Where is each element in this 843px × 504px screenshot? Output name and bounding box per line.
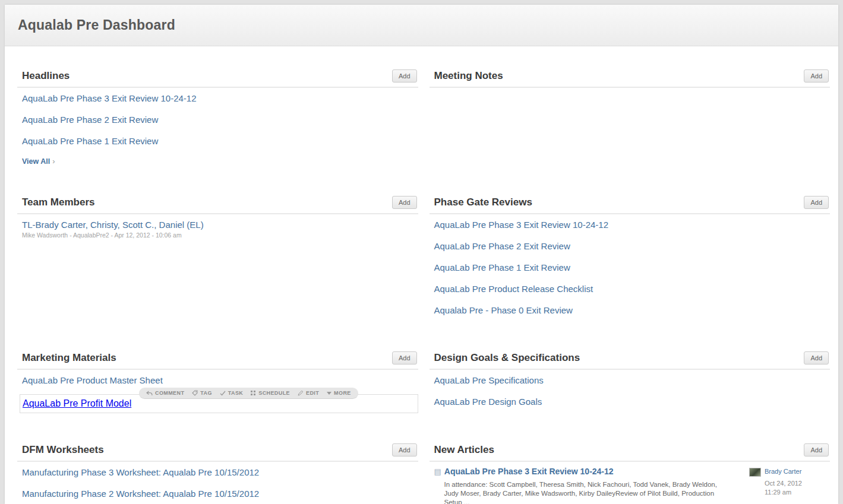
- list-item: AquaLab Pre Phase 2 Exit Review: [434, 236, 831, 257]
- triangle-down-icon: [327, 392, 331, 395]
- headline-link[interactable]: AquaLab Pre Phase 2 Exit Review: [22, 115, 158, 125]
- design-goals-link[interactable]: AquaLab Pre Specifications: [434, 375, 544, 385]
- comment-button[interactable]: COMMENT: [146, 390, 184, 396]
- section-title: DFM Worksheets: [22, 444, 104, 456]
- dashboard-card: Aqualab Pre Dashboard Headlines Add Aqua…: [5, 5, 838, 504]
- article-row: ▤ AquaLab Pre Phase 3 Exit Review 10-24-…: [430, 462, 831, 504]
- design-goals-link[interactable]: AquaLab Pre Design Goals: [434, 397, 542, 407]
- list-item: AquaLab Pre Design Goals: [434, 391, 831, 413]
- more-button[interactable]: MORE: [327, 390, 351, 396]
- article-date: Oct 24, 2012: [765, 479, 830, 488]
- add-button[interactable]: Add: [804, 443, 829, 457]
- phase-gate-link[interactable]: AquaLab Pre Phase 3 Exit Review 10-24-12: [434, 220, 609, 230]
- section-phase-gate-reviews: Phase Gate Reviews Add AquaLab Pre Phase…: [430, 196, 831, 321]
- grid-icon: [251, 391, 256, 396]
- hovered-list-item[interactable]: AquaLab Pre Profit Model COMMENT TAG: [20, 394, 418, 413]
- section-title: Marketing Materials: [22, 352, 116, 364]
- section-phase-gate-header: Phase Gate Reviews Add: [430, 196, 831, 214]
- headline-link[interactable]: AquaLab Pre Phase 1 Exit Review: [22, 136, 158, 146]
- list-item: Aqualab Pre - Phase 0 Exit Review: [434, 300, 831, 321]
- section-team-members-header: Team Members Add: [17, 196, 418, 214]
- section-title: Headlines: [22, 70, 70, 82]
- page-title: Aqualab Pre Dashboard: [18, 17, 838, 33]
- list-item: AquaLab Pre Phase 2 Exit Review: [22, 109, 418, 131]
- tag-icon: [192, 390, 198, 396]
- dfm-link[interactable]: Manufacturing Phase 2 Worksheet: Aqualab…: [22, 489, 259, 499]
- section-title: Design Goals & Specifications: [434, 352, 580, 364]
- section-dfm-worksheets: DFM Worksheets Add Manufacturing Phase 3…: [17, 443, 418, 504]
- list-item: Manufacturing Phase 3 Worksheet: Aqualab…: [22, 462, 418, 483]
- schedule-button[interactable]: SCHEDULE: [251, 390, 290, 396]
- phase-gate-link[interactable]: Aqualab Pre - Phase 0 Exit Review: [434, 305, 573, 315]
- list-item: AquaLab Pre Specifications: [434, 370, 831, 391]
- list-item: Manufacturing Phase 2 Worksheet: Aqualab…: [22, 483, 418, 504]
- headline-link[interactable]: AquaLab Pre Phase 3 Exit Review 10-24-12: [22, 93, 197, 103]
- check-icon: [220, 391, 226, 396]
- section-title: Meeting Notes: [434, 70, 503, 82]
- avatar: [749, 468, 761, 477]
- article-meta: Brady Carter Oct 24, 2012 11:29 am: [749, 467, 830, 504]
- add-button[interactable]: Add: [392, 443, 417, 457]
- dfm-link[interactable]: Manufacturing Phase 3 Worksheet: Aqualab…: [22, 467, 259, 477]
- article-excerpt: In attendance: Scott Campbell, Theresa S…: [444, 480, 732, 504]
- section-meeting-notes-header: Meeting Notes Add: [430, 69, 831, 88]
- tag-button[interactable]: TAG: [192, 390, 212, 396]
- add-button[interactable]: Add: [804, 69, 829, 83]
- page-header: Aqualab Pre Dashboard: [5, 5, 838, 46]
- phase-gate-link[interactable]: AquaLab Pre Product Release Checklist: [434, 284, 593, 294]
- edit-button[interactable]: EDIT: [298, 390, 319, 396]
- add-button[interactable]: Add: [392, 69, 417, 83]
- section-headlines-header: Headlines Add: [17, 69, 418, 88]
- section-dfm-header: DFM Worksheets Add: [17, 443, 418, 462]
- marketing-link[interactable]: AquaLab Pre Product Master Sheet: [22, 375, 163, 385]
- add-button[interactable]: Add: [392, 351, 417, 364]
- phase-gate-link[interactable]: AquaLab Pre Phase 1 Exit Review: [434, 262, 570, 272]
- section-design-goals-header: Design Goals & Specifications Add: [430, 351, 831, 370]
- chevron-right-icon: ›: [52, 157, 55, 166]
- list-item: AquaLab Pre Phase 3 Exit Review 10-24-12: [434, 214, 831, 236]
- add-button[interactable]: Add: [804, 351, 829, 364]
- list-item: AquaLab Pre Phase 1 Exit Review: [22, 131, 418, 152]
- item-hover-toolbar: COMMENT TAG TASK: [139, 388, 358, 399]
- article-time: 11:29 am: [765, 488, 830, 497]
- article-body: ▤ AquaLab Pre Phase 3 Exit Review 10-24-…: [434, 467, 750, 504]
- article-author-link[interactable]: Brady Carter: [765, 468, 801, 475]
- marketing-link[interactable]: AquaLab Pre Profit Model: [23, 398, 131, 408]
- list-item: AquaLab Pre Product Release Checklist: [434, 278, 831, 300]
- view-all-link[interactable]: View All: [22, 157, 50, 166]
- dashboard-grid: Headlines Add AquaLab Pre Phase 3 Exit R…: [17, 69, 830, 504]
- view-all-row: View All›: [17, 152, 418, 166]
- section-headlines: Headlines Add AquaLab Pre Phase 3 Exit R…: [17, 69, 418, 166]
- section-meeting-notes: Meeting Notes Add: [430, 69, 831, 88]
- add-button[interactable]: Add: [804, 196, 829, 209]
- section-marketing-materials: Marketing Materials Add AquaLab Pre Prod…: [17, 351, 418, 413]
- reply-arrow-icon: [146, 391, 153, 396]
- section-team-members: Team Members Add TL-Brady Carter, Christ…: [17, 196, 418, 239]
- section-title: Phase Gate Reviews: [434, 196, 532, 208]
- section-design-goals: Design Goals & Specifications Add AquaLa…: [430, 351, 831, 413]
- section-marketing-header: Marketing Materials Add: [17, 351, 418, 370]
- list-item: TL-Brady Carter, Christy, Scott C., Dani…: [22, 214, 418, 239]
- section-new-articles-header: New Articles Add: [430, 443, 831, 462]
- dashboard-main: Headlines Add AquaLab Pre Phase 3 Exit R…: [5, 46, 838, 504]
- team-members-link[interactable]: TL-Brady Carter, Christy, Scott C., Dani…: [22, 220, 204, 230]
- article-title-link[interactable]: AquaLab Pre Phase 3 Exit Review 10-24-12: [444, 467, 614, 476]
- section-title: New Articles: [434, 444, 494, 456]
- phase-gate-link[interactable]: AquaLab Pre Phase 2 Exit Review: [434, 241, 570, 251]
- pencil-icon: [298, 390, 304, 396]
- add-button[interactable]: Add: [392, 196, 417, 209]
- list-item: AquaLab Pre Phase 3 Exit Review 10-24-12: [22, 88, 418, 109]
- team-members-meta: Mike Wadsworth - AqualabPre2 - Apr 12, 2…: [22, 230, 418, 239]
- list-item: AquaLab Pre Phase 1 Exit Review: [434, 257, 831, 278]
- task-button[interactable]: TASK: [220, 390, 243, 396]
- document-icon: ▤: [434, 468, 441, 476]
- section-title: Team Members: [22, 196, 95, 208]
- section-new-articles: New Articles Add ▤ AquaLab Pre Phase 3 E…: [430, 443, 831, 504]
